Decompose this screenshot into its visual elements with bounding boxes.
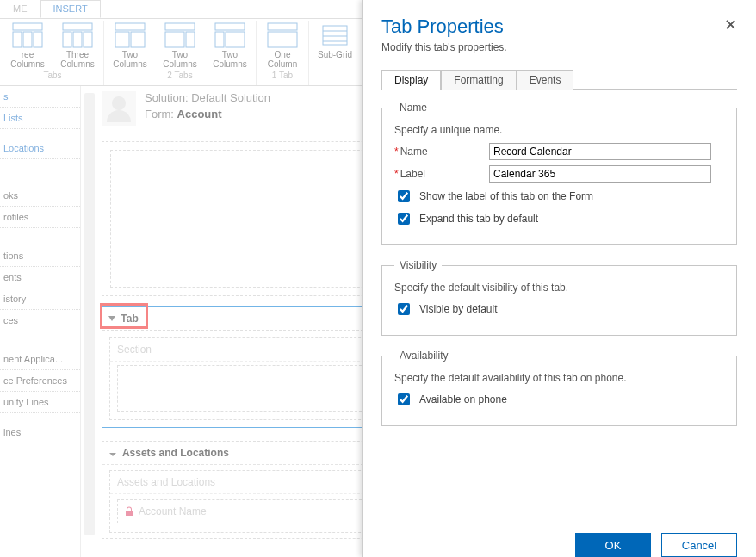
leftnav-item[interactable]: unity Lines [0,392,80,413]
svg-rect-0 [13,23,42,30]
ribbon-group-3tabs: reeColumns ThreeColumns Tabs [2,21,104,85]
close-icon: ✕ [724,16,737,34]
name-label: Name [394,145,428,158]
expand-caret-icon [109,453,116,456]
form-line: Form: Account [145,108,270,121]
svg-rect-7 [84,32,92,47]
form-header: Solution: Default Solution Form: Account [102,91,270,126]
dialog-tab-events[interactable]: Events [517,70,574,90]
svg-rect-9 [115,32,129,47]
ribbon-group-1tab: OneColumn 1 Tab [257,21,309,85]
three-columns-button-b[interactable]: ThreeColumns [55,21,100,69]
assets-section-title: Assets and Locations [110,471,386,494]
expand-caret-icon [108,316,115,321]
svg-rect-19 [323,26,347,45]
dialog-subtitle: Modify this tab's properties. [381,41,507,53]
name-hint: Specify a unique name. [394,124,724,136]
svg-rect-12 [165,32,184,47]
ribbon-tab-home[interactable]: ME [0,0,40,18]
two-columns-button-b[interactable]: TwoColumns [158,21,202,69]
expand-default-checkbox[interactable] [398,213,410,225]
leftnav-item[interactable]: ces [0,310,80,331]
svg-rect-14 [215,23,245,30]
fieldset-availability: Availability Specify the default availab… [381,350,737,426]
ribbon-tab-insert[interactable]: INSERT [40,0,101,18]
svg-rect-13 [186,32,195,47]
label-label: Label [394,168,425,180]
svg-rect-8 [115,23,145,30]
subgrid-button[interactable]: Sub-Grid [313,21,357,69]
two-columns-button-c[interactable]: TwoColumns [208,21,252,69]
leftnav-item[interactable]: ines [0,422,80,443]
visible-default-text: Visible by default [419,303,498,315]
available-phone-checkbox[interactable] [398,393,410,405]
dialog-title: Tab Properties [381,15,507,38]
name-input[interactable] [489,143,711,160]
leftnav-item[interactable]: rofiles [0,207,80,228]
leftnav-item[interactable]: ents [0,267,80,288]
leftnav-item[interactable]: oks [0,185,80,207]
dialog-tab-formatting[interactable]: Formatting [441,70,516,90]
assets-tab[interactable]: Assets and Locations Assets and Location… [102,441,394,539]
ribbon-group-label-1tab: 1 Tab [272,71,293,80]
legend-visibility: Visibility [394,259,442,271]
svg-rect-6 [73,32,82,47]
ribbon-group-2tabs: TwoColumns TwoColumns TwoColumns 2 Tabs [104,21,257,85]
svg-rect-11 [165,23,195,30]
three-columns-button-a[interactable]: reeColumns [5,21,50,69]
visibility-hint: Specify the default visibility of this t… [394,282,724,294]
cancel-button[interactable]: Cancel [661,533,737,557]
tab-label: Tab [121,313,138,325]
dialog-body: Name Specify a unique name. Name Label S… [363,90,756,524]
legend-name: Name [394,102,432,114]
tab-properties-dialog: Tab Properties Modify this tab's propert… [362,0,756,557]
leftnav-item[interactable]: ce Preferences [0,370,80,392]
svg-rect-15 [215,32,224,47]
lock-icon [125,506,133,517]
leftnav-item[interactable]: Lists [0,108,80,129]
fieldset-visibility: Visibility Specify the default visibilit… [381,259,737,336]
svg-rect-18 [268,32,297,47]
visible-default-checkbox[interactable] [398,303,410,315]
dialog-close-button[interactable]: ✕ [724,15,737,34]
ribbon-group-label-tabs: Tabs [43,71,61,80]
solution-line: Solution: Default Solution [145,91,270,104]
avatar-placeholder-icon [102,91,136,126]
left-nav: s Lists Locations oks rofiles tions ents… [0,86,81,557]
svg-rect-16 [226,32,245,47]
section-inner[interactable] [117,365,379,412]
ribbon-group-label-2tabs: 2 Tabs [167,71,192,80]
svg-rect-10 [131,32,145,47]
form-body-inner-frame [110,150,386,288]
svg-rect-2 [23,32,32,47]
dialog-footer: OK Cancel [363,524,756,557]
ok-button[interactable]: OK [575,533,651,557]
show-label-text: Show the label of this tab on the Form [419,190,593,202]
svg-rect-4 [63,23,92,30]
one-column-button[interactable]: OneColumn [260,21,305,69]
leftnav-item[interactable]: istory [0,288,80,310]
leftnav-item[interactable]: Locations [0,138,80,159]
two-columns-button-a[interactable]: TwoColumns [108,21,152,69]
assets-header[interactable]: Assets and Locations [102,442,393,465]
selected-tab[interactable]: Tab Section [102,306,394,428]
svg-rect-17 [268,23,297,30]
svg-rect-1 [13,32,22,47]
availability-hint: Specify the default availability of this… [394,372,724,384]
dialog-tab-display[interactable]: Display [381,70,441,90]
label-input[interactable] [489,165,711,183]
leftnav-item[interactable]: tions [0,245,80,267]
tab-section[interactable]: Section [109,337,387,420]
canvas-scrollbar[interactable] [84,93,95,535]
assets-section[interactable]: Assets and Locations Account Name [109,470,387,533]
show-label-checkbox[interactable] [398,190,410,202]
leftnav-item[interactable]: s [0,86,80,108]
assets-field[interactable]: Account Name [117,499,379,523]
fieldset-name: Name Specify a unique name. Name Label S… [381,102,737,245]
leftnav-item[interactable]: nent Applica... [0,349,80,370]
svg-rect-3 [34,32,42,47]
dialog-tabstrip: Display Formatting Events [381,69,737,90]
legend-availability: Availability [394,350,453,362]
svg-rect-5 [63,32,71,47]
tab-header[interactable]: Tab [102,307,393,331]
